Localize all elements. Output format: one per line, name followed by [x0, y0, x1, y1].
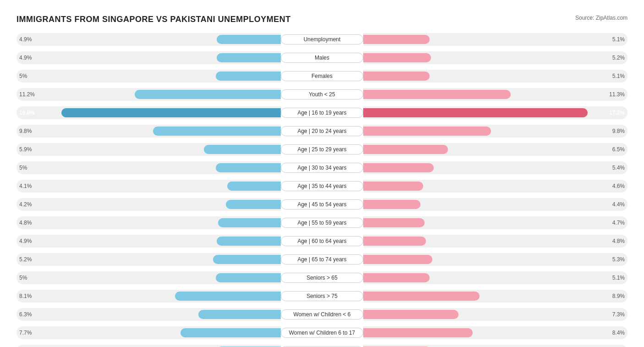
- bar-row: 5%Seniors > 655.1%: [16, 270, 628, 286]
- bar-value-right: 5.1%: [612, 275, 625, 281]
- bar-row: 16.8%Age | 16 to 19 years17.2%: [16, 105, 628, 121]
- bar-row: 7.7%Women w/ Children 6 to 178.4%: [16, 325, 628, 341]
- bar-row: 4.2%Age | 45 to 54 years4.4%: [16, 197, 628, 212]
- bar-value-left: 6.3%: [19, 311, 32, 318]
- bar-value-right: 5.3%: [612, 256, 625, 263]
- bar-label: Women w/ Children < 6: [281, 309, 363, 319]
- bar-label: Age | 65 to 74 years: [281, 254, 363, 264]
- bar-value-left: 4.9%: [19, 36, 32, 43]
- bar-value-left: 8.1%: [19, 293, 32, 299]
- bar-label: Age | 35 to 44 years: [281, 181, 363, 191]
- bar-label: Age | 16 to 19 years: [281, 108, 363, 118]
- bar-value-right: 5.1%: [612, 73, 625, 79]
- bars-wrapper: 4.9%Unemployment5.1%4.9%Males5.2%5%Femal…: [16, 32, 628, 347]
- bar-value-left: 5%: [19, 275, 27, 281]
- bar-value-right: 8.4%: [612, 330, 625, 336]
- bar-value-right: 5.4%: [612, 165, 625, 171]
- bar-value-right: 9.8%: [612, 128, 625, 134]
- bar-value-left: 5.2%: [19, 256, 32, 263]
- bar-value-left: 11.2%: [19, 91, 35, 98]
- bar-value-right: 11.3%: [609, 91, 625, 98]
- bar-value-left: 5.9%: [19, 146, 32, 153]
- bar-label: Males: [281, 53, 363, 63]
- bar-value-right: 4.4%: [612, 201, 625, 208]
- bar-label: Females: [281, 71, 363, 81]
- bar-value-right: 8.9%: [612, 293, 625, 299]
- bar-row: 5%Females5.1%: [16, 68, 628, 84]
- bar-value-left: 16.8%: [19, 110, 35, 116]
- bar-value-right: 17.2%: [609, 110, 625, 116]
- bar-value-left: 4.9%: [19, 238, 32, 244]
- bar-value-right: 5.1%: [612, 36, 625, 43]
- bar-row: 4.9%Unemployment5.1%: [16, 32, 628, 47]
- bar-row: 5.9%Age | 25 to 29 years6.5%: [16, 142, 628, 157]
- bar-label: Age | 20 to 24 years: [281, 126, 363, 136]
- bar-value-left: 4.1%: [19, 183, 32, 189]
- bar-row: 4.9%Age | 60 to 64 years4.8%: [16, 233, 628, 249]
- bar-label: Age | 45 to 54 years: [281, 199, 363, 209]
- chart-title: IMMIGRANTS FROM SINGAPORE VS PAKISTANI U…: [16, 15, 291, 24]
- bar-label: Age | 55 to 59 years: [281, 218, 363, 228]
- bar-row: 8.1%Seniors > 758.9%: [16, 288, 628, 304]
- bar-label: Age | 30 to 34 years: [281, 163, 363, 173]
- bar-label: Women w/ Children 6 to 17: [281, 328, 363, 338]
- bar-row: 5%Age | 30 to 34 years5.4%: [16, 160, 628, 176]
- bar-value-left: 5%: [19, 165, 27, 171]
- bar-value-left: 4.8%: [19, 220, 32, 226]
- bar-value-left: 5%: [19, 73, 27, 79]
- bar-row: 9.8%Age | 20 to 24 years9.8%: [16, 123, 628, 139]
- bar-row: 4.9%Women w/ Children < 185.2%: [16, 343, 628, 347]
- bar-value-right: 5.2%: [612, 55, 625, 61]
- bar-value-right: 6.5%: [612, 146, 625, 153]
- bar-label: Seniors > 75: [281, 291, 363, 301]
- chart-container: IMMIGRANTS FROM SINGAPORE VS PAKISTANI U…: [7, 7, 637, 347]
- bar-label: Age | 60 to 64 years: [281, 236, 363, 246]
- bar-value-left: 4.9%: [19, 55, 32, 61]
- bar-label: Seniors > 65: [281, 273, 363, 283]
- bar-value-right: 4.7%: [612, 220, 625, 226]
- bar-row: 4.1%Age | 35 to 44 years4.6%: [16, 178, 628, 194]
- bar-label: Age | 25 to 29 years: [281, 144, 363, 154]
- chart-header: IMMIGRANTS FROM SINGAPORE VS PAKISTANI U…: [16, 15, 628, 24]
- chart-source: Source: ZipAtlas.com: [575, 15, 628, 21]
- bar-value-right: 4.6%: [612, 183, 625, 189]
- bar-value-right: 4.8%: [612, 238, 625, 244]
- bar-row: 11.2%Youth < 2511.3%: [16, 87, 628, 102]
- bar-value-left: 7.7%: [19, 330, 32, 336]
- bar-value-left: 4.2%: [19, 201, 32, 208]
- bar-row: 4.9%Males5.2%: [16, 50, 628, 66]
- bar-value-left: 9.8%: [19, 128, 32, 134]
- bar-label: Youth < 25: [281, 89, 363, 99]
- bar-row: 6.3%Women w/ Children < 67.3%: [16, 307, 628, 322]
- bar-label: Unemployment: [281, 34, 363, 44]
- bar-value-right: 7.3%: [612, 311, 625, 318]
- bar-row: 4.8%Age | 55 to 59 years4.7%: [16, 215, 628, 231]
- bar-row: 5.2%Age | 65 to 74 years5.3%: [16, 252, 628, 267]
